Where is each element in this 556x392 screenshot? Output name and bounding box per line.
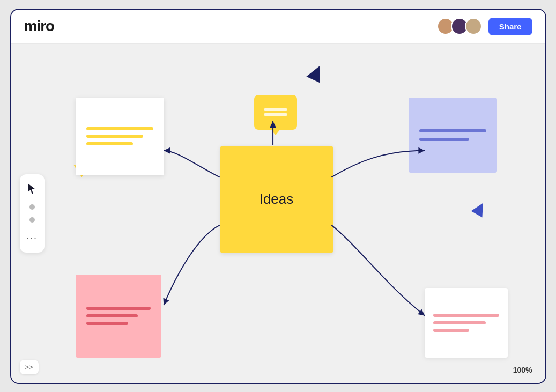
ideas-label: Ideas [260, 191, 294, 208]
cursor-dark-top [306, 63, 326, 83]
pink-line-1 [86, 307, 151, 310]
more-tools-button[interactable]: ··· [24, 230, 40, 246]
avatar-3 [465, 18, 482, 35]
purple-line-1 [419, 129, 486, 132]
tool-dot-2[interactable] [29, 217, 35, 223]
header-right: Share [437, 18, 532, 35]
share-button[interactable]: Share [488, 18, 532, 35]
cursor-blue-right [471, 199, 488, 217]
avatars [437, 18, 482, 35]
tool-dot-1[interactable] [29, 204, 35, 210]
app-frame: miro Share ··· [10, 9, 546, 384]
note-line-1 [86, 127, 153, 130]
bubble-line-2 [264, 113, 287, 116]
canvas: ··· Ideas [11, 44, 545, 383]
purple-note-top-right[interactable] [409, 98, 497, 173]
speech-bubble-card[interactable] [254, 95, 297, 130]
note-line-3 [86, 142, 134, 145]
expand-button[interactable]: >> [20, 360, 39, 374]
pink-note-bottom-left[interactable] [76, 275, 161, 358]
note-line-2 [86, 135, 143, 138]
cursor-tool[interactable] [24, 181, 40, 197]
pink-br-line-1 [433, 314, 499, 317]
logo: miro [24, 18, 55, 35]
pink-br-line-3 [433, 329, 470, 332]
bubble-line-1 [264, 108, 287, 111]
pink-br-line-2 [433, 321, 486, 324]
toolbar-sidebar: ··· [20, 174, 45, 253]
pink-line-2 [86, 314, 138, 317]
header: miro Share [11, 10, 545, 44]
svg-marker-0 [28, 183, 35, 194]
zoom-indicator: 100% [513, 366, 532, 374]
ideas-central-card[interactable]: Ideas [220, 146, 333, 253]
white-note-top-left[interactable] [76, 98, 164, 175]
white-note-bottom-right[interactable] [425, 288, 508, 358]
purple-line-2 [419, 138, 470, 141]
pink-line-3 [86, 322, 128, 325]
